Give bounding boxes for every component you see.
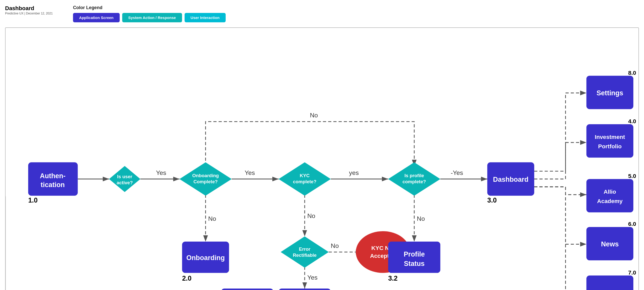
authentication-label2: tication xyxy=(41,181,65,189)
reattempt-kyc-node xyxy=(279,288,331,290)
dashboard-number: 3.0 xyxy=(487,196,497,204)
is-profile-complete-label: Is profile xyxy=(404,173,424,178)
allio-academy-label2: Academy xyxy=(597,198,623,204)
legend-user-interaction-button[interactable]: User Interaction xyxy=(185,13,226,22)
page-subtitle: Predictive UX | December 12, 2021 xyxy=(5,12,53,15)
holistic-number: 7.0 xyxy=(628,269,636,276)
error-rectifiable-label2: Rectifiable xyxy=(293,252,317,258)
additional-support-node xyxy=(221,288,273,290)
legend-title: Color Legend xyxy=(73,5,226,10)
profile-status-number: 3.2 xyxy=(388,275,398,282)
edge-dash-investment xyxy=(534,142,586,179)
edge-label-yes-5: -Yes xyxy=(451,169,463,176)
holistic-label: Holistic xyxy=(598,289,622,290)
edge-label-no-1: No xyxy=(208,215,216,222)
investment-portfolio-node xyxy=(586,124,633,158)
flowchart-svg: Yes Yes No yes No No Yes xyxy=(18,33,633,290)
edge-label-yes-2: Yes xyxy=(245,169,255,176)
kyc-complete-label2: complete? xyxy=(293,179,316,184)
holistic-node xyxy=(586,276,633,290)
legend-sys-action-button[interactable]: System Action / Response xyxy=(122,13,182,22)
edge-label-no-4: No xyxy=(417,215,425,222)
onboarding-label: Onboarding xyxy=(186,254,225,262)
error-rectifiable-diamond xyxy=(281,236,329,267)
edge-dash-news xyxy=(534,187,586,244)
kyc-complete-label: KYC xyxy=(300,173,310,178)
news-number: 6.0 xyxy=(628,221,636,227)
edge-no-big-arc xyxy=(206,122,414,166)
legend-buttons: Application Screen System Action / Respo… xyxy=(73,13,226,22)
title-section: Dashboard Predictive UX | December 12, 2… xyxy=(5,5,53,15)
allio-academy-node xyxy=(586,179,633,212)
edge-label-yes-4: Yes xyxy=(307,274,317,281)
page-title: Dashboard xyxy=(5,5,53,12)
is-profile-complete-label2: complete? xyxy=(403,179,426,184)
edge-label-no-arc: No xyxy=(310,112,318,119)
is-user-active-label2: active? xyxy=(117,180,133,185)
authentication-label: Authen- xyxy=(40,172,65,180)
edge-dash-settings xyxy=(534,93,586,171)
investment-portfolio-number: 4.0 xyxy=(628,118,636,124)
settings-number: 8.0 xyxy=(628,70,636,76)
allio-academy-number: 5.0 xyxy=(628,173,636,179)
is-user-active-label: Is user xyxy=(117,174,132,179)
legend-app-screen-button[interactable]: Application Screen xyxy=(73,13,120,22)
edge-label-no-3: No xyxy=(331,242,339,249)
onboarding-complete-label2: Complete? xyxy=(193,179,218,184)
edge-dash-academy xyxy=(534,187,586,195)
edge-label-yes-1: Yes xyxy=(156,169,166,176)
dashboard-label: Dashboard xyxy=(493,176,529,183)
edge-label-no-2: No xyxy=(307,212,315,219)
edge-label-yes-3: yes xyxy=(349,169,359,176)
error-rectifiable-label: Error xyxy=(299,246,310,252)
page-header: Dashboard Predictive UX | December 12, 2… xyxy=(5,5,639,22)
onboarding-number: 2.0 xyxy=(182,275,191,282)
investment-portfolio-label: Investment xyxy=(595,134,625,140)
onboarding-complete-label: Onboarding xyxy=(192,173,219,178)
authentication-number: 1.0 xyxy=(28,196,38,204)
profile-status-label: Profile xyxy=(404,250,425,258)
allio-application-label: Allio Application xyxy=(6,196,13,290)
diagram-inner: Yes Yes No yes No No Yes xyxy=(13,28,638,290)
edge-dash-holistic xyxy=(534,187,586,290)
settings-label: Settings xyxy=(597,89,623,97)
profile-status-label2: Status xyxy=(404,260,425,267)
legend-section: Color Legend Application Screen System A… xyxy=(73,5,226,22)
news-label: News xyxy=(601,240,619,248)
diagram-container: Allio Application Yes Yes No xyxy=(5,27,639,290)
investment-portfolio-label2: Portfolio xyxy=(598,143,622,150)
allio-academy-label: Allio xyxy=(604,189,616,195)
